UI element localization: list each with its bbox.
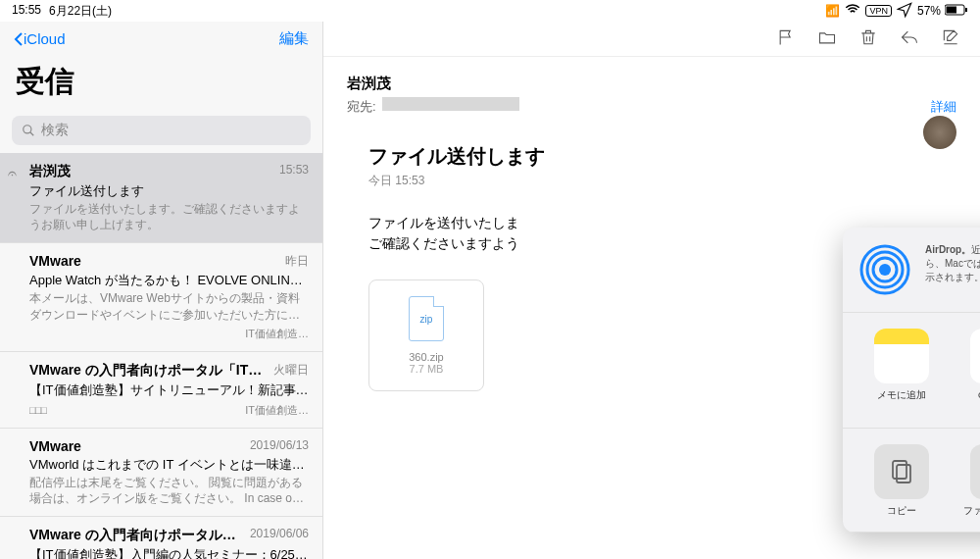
svg-rect-10	[893, 461, 906, 479]
share-row-apps: メモに追加OneDriveDocumentsにコピーメール	[843, 313, 980, 429]
compose-icon[interactable]	[941, 27, 960, 51]
mail-subject: 【IT価値創造塾】入門編の人気セミナー：6/25(金)…	[29, 546, 309, 559]
mail-footer-tag: IT価値創造…	[245, 327, 309, 341]
svg-rect-11	[897, 465, 910, 483]
message-toolbar	[323, 22, 980, 57]
to-label: 宛先:	[347, 99, 376, 114]
file-size: 7.7 MB	[379, 363, 473, 375]
mail-sender: VMware の入門者向けポータル…	[29, 527, 236, 544]
msg-line2: ご確認くださいますよう	[368, 235, 519, 251]
stars: □□□	[29, 404, 46, 416]
attachment[interactable]: zip 360.zip 7.7 MB	[368, 280, 484, 391]
flag-icon[interactable]	[776, 27, 796, 51]
mail-item[interactable]: VMware の入門者向けポータル「IT…火曜日【IT価値創造塾】サイトリニュー…	[0, 352, 322, 429]
search-input[interactable]: 検索	[12, 116, 311, 145]
mail-time: 昨日	[285, 253, 309, 270]
mail-item[interactable]: 𝄐岩渕茂15:53ファイル送付しますファイルを送付いたします。ご確認くださいます…	[0, 153, 322, 243]
mail-footer-tag: IT価値創造…	[245, 403, 309, 418]
mail-time: 15:53	[279, 163, 309, 180]
mail-list[interactable]: 𝄐岩渕茂15:53ファイル送付しますファイルを送付いたします。ご確認くださいます…	[0, 153, 322, 559]
message-subject: ファイル送付します	[368, 143, 935, 170]
svg-point-5	[879, 264, 891, 276]
back-button[interactable]: iCloud	[14, 30, 66, 47]
mail-subject: VMworld はこれまでの IT イベントとは一味違う…	[29, 456, 309, 474]
svg-rect-1	[947, 6, 957, 13]
mail-item[interactable]: VMware の入門者向けポータル…2019/06/06【IT価値創造塾】入門編…	[0, 517, 322, 559]
edit-button[interactable]: 編集	[279, 29, 309, 48]
battery-icon	[945, 4, 968, 19]
mail-subject: Apple Watch が当たるかも！ EVOLVE ONLINE…	[29, 272, 309, 289]
mail-preview: ファイルを送付いたします。ご確認くださいますようお願い申し上げます。	[29, 201, 309, 232]
share-label: ファイルに保存	[958, 505, 980, 516]
battery-pct: 57%	[917, 4, 941, 18]
signal-icon: 📶	[825, 4, 840, 18]
mail-sender: VMware	[29, 253, 81, 270]
mail-item[interactable]: VMware昨日Apple Watch が当たるかも！ EVOLVE ONLIN…	[0, 243, 322, 351]
msg-line1: ファイルを送付いたしま	[368, 215, 519, 230]
trash-icon[interactable]	[858, 27, 878, 51]
file-name: 360.zip	[379, 351, 473, 363]
share-item-onedrive[interactable]: OneDrive	[958, 329, 980, 412]
share-label: メモに追加	[862, 389, 941, 400]
mail-preview: 本メールは、VMware Webサイトからの製品・資料ダウンロードやイベントにご…	[29, 290, 309, 322]
mail-sender: 岩渕茂	[29, 163, 71, 180]
airdrop-row[interactable]: AirDrop。近くの人と簡単に共有できます。iOSではコントロールセンターから…	[843, 228, 980, 313]
inbox-title: 受信	[0, 56, 322, 108]
airdrop-title: AirDrop。	[925, 244, 971, 255]
search-placeholder: 検索	[41, 122, 69, 139]
mail-sender: VMware の入門者向けポータル「IT…	[29, 362, 262, 380]
mail-item[interactable]: VMware2019/06/13VMworld はこれまでの IT イベントとは…	[0, 429, 322, 517]
main-pane: 岩渕茂 宛先: 詳細 ファイル送付します 今日 15:53 ファイルを送付いたし…	[323, 22, 980, 559]
svg-rect-2	[965, 8, 967, 12]
paperclip-icon: 𝄐	[8, 165, 17, 182]
status-bar: 15:55 6月22日(土) 📶 VPN 57%	[0, 0, 980, 22]
mail-time: 2019/06/06	[250, 527, 309, 544]
share-sheet: AirDrop。近くの人と簡単に共有できます。iOSではコントロールセンターから…	[843, 228, 980, 533]
svg-point-3	[24, 126, 31, 133]
mail-time: 火曜日	[273, 362, 309, 380]
share-item-save[interactable]: ファイルに保存	[958, 444, 980, 516]
reply-icon[interactable]	[900, 27, 919, 51]
mail-preview: 配信停止は末尾をご覧ください。 閲覧に問題がある場合は、オンライン版をご覧くださ…	[29, 475, 309, 506]
status-time: 15:55	[12, 3, 41, 20]
mail-sender: VMware	[29, 438, 81, 454]
back-label: iCloud	[24, 30, 66, 47]
share-item-copy[interactable]: コピー	[862, 444, 941, 516]
mail-subject: ファイル送付します	[29, 182, 309, 200]
vpn-badge: VPN	[865, 5, 892, 17]
folder-icon[interactable]	[817, 27, 837, 51]
detail-link[interactable]: 詳細	[931, 98, 956, 116]
share-label: コピー	[862, 505, 941, 516]
status-right: 📶 VPN 57%	[825, 1, 968, 22]
location-icon	[896, 1, 913, 22]
mail-time: 2019/06/13	[250, 438, 309, 454]
sidebar: iCloud 編集 受信 検索 𝄐岩渕茂15:53ファイル送付しますファイルを送…	[0, 22, 323, 559]
mail-subject: 【IT価値創造塾】サイトリニューアル！新記事：…	[29, 381, 309, 399]
message-date: 今日 15:53	[368, 173, 935, 189]
message-header: 岩渕茂 宛先: 詳細	[323, 57, 980, 126]
avatar[interactable]	[923, 116, 956, 149]
svg-line-4	[30, 132, 34, 136]
file-icon: zip	[409, 296, 444, 341]
status-date: 6月22日(土)	[49, 3, 112, 20]
wifi-icon	[844, 1, 861, 22]
to-value	[382, 97, 519, 111]
share-label: OneDrive	[958, 389, 980, 400]
share-row-actions: コピーファイルに保存Dropboxに保存クイックルック	[843, 429, 980, 533]
airdrop-icon	[858, 243, 911, 296]
share-item-notes[interactable]: メモに追加	[862, 329, 941, 412]
message-from[interactable]: 岩渕茂	[347, 75, 956, 93]
